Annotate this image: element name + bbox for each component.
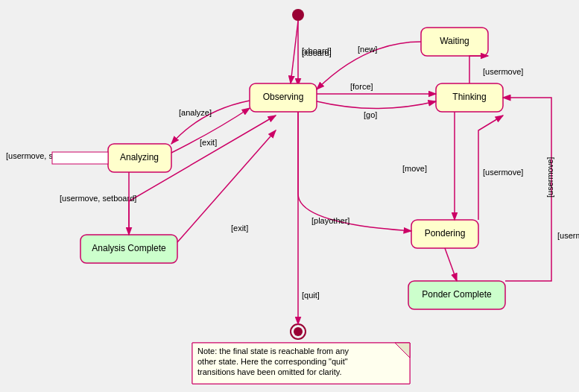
ponder-complete-label: Ponder Complete [422,289,492,300]
label-quit: [quit] [302,291,320,300]
label-usermove-tw: [usermove] [483,67,523,76]
label-go: [go] [364,110,377,119]
label-usermove-pt: [usermove] [483,168,523,177]
label-move: [move] [402,164,427,173]
initial-state [292,9,304,21]
analyzing-input-box [52,152,108,164]
pondering-label: Pondering [425,228,466,238]
final-state-inner [294,327,303,336]
analysis-complete-label: Analysis Complete [92,243,166,253]
label-usermove-setboard: [usermove, setboard] [60,194,136,203]
label-force: [force] [350,82,373,91]
note-line3: transitions have been omitted for clarit… [197,367,342,376]
observing-label: Observing [263,92,304,102]
note-line2: other state. Here the corresponding "qui… [197,357,348,366]
label-exit-ac: [exit] [231,224,248,233]
label-analyze: [analyze] [179,108,212,117]
analyzing-label: Analyzing [120,152,159,162]
label-new: [new] [358,45,377,54]
note-line1: Note: the final state is reachable from … [197,347,349,355]
label-xboard: [xboard] [302,46,332,55]
label-usermove-pc2: [usermove] [557,231,579,240]
label-usermove-pc: [usermove] [545,157,554,197]
diagram-container: [xboard] Waiting Observing Thinking Anal… [0,0,579,392]
label-exit-analyzing: [exit] [200,138,217,147]
thinking-label: Thinking [452,92,486,102]
label-playother: [playother] [311,216,349,225]
waiting-label: Waiting [440,36,469,46]
